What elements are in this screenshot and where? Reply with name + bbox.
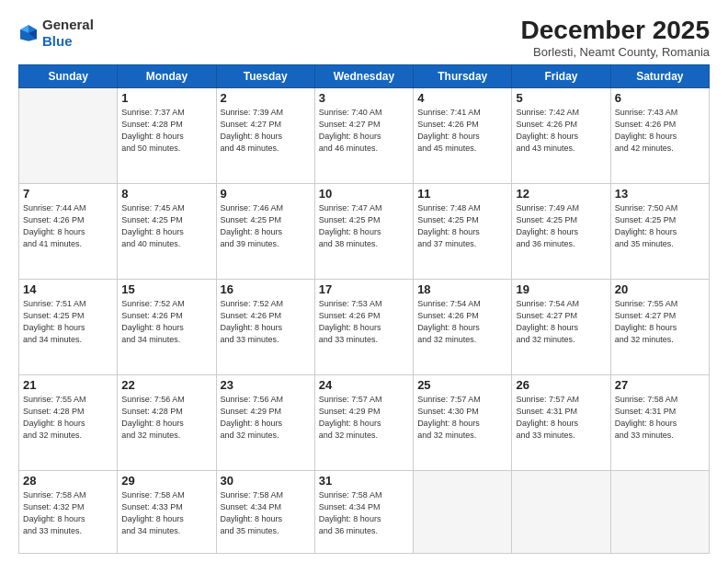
calendar-day-cell: 27Sunrise: 7:58 AM Sunset: 4:31 PM Dayli…: [610, 374, 709, 470]
day-info: Sunrise: 7:58 AM Sunset: 4:34 PM Dayligh…: [221, 489, 311, 537]
day-number: 24: [319, 378, 409, 392]
calendar-day-cell: 11Sunrise: 7:48 AM Sunset: 4:25 PM Dayli…: [414, 183, 512, 279]
day-number: 9: [221, 187, 311, 201]
day-number: 20: [615, 282, 705, 296]
calendar-day-cell: 9Sunrise: 7:46 AM Sunset: 4:25 PM Daylig…: [216, 183, 314, 279]
calendar-day-cell: [19, 87, 118, 183]
calendar-day-cell: [414, 470, 512, 553]
calendar-day-cell: 7Sunrise: 7:44 AM Sunset: 4:26 PM Daylig…: [19, 183, 118, 279]
calendar-day-cell: 26Sunrise: 7:57 AM Sunset: 4:31 PM Dayli…: [512, 374, 610, 470]
calendar-day-cell: 29Sunrise: 7:58 AM Sunset: 4:33 PM Dayli…: [118, 470, 216, 553]
day-number: 21: [23, 378, 113, 392]
calendar-day-cell: 14Sunrise: 7:51 AM Sunset: 4:25 PM Dayli…: [19, 279, 118, 374]
day-info: Sunrise: 7:58 AM Sunset: 4:32 PM Dayligh…: [23, 489, 113, 537]
day-number: 11: [417, 187, 507, 201]
calendar-table: SundayMondayTuesdayWednesdayThursdayFrid…: [18, 64, 710, 554]
calendar-day-cell: 28Sunrise: 7:58 AM Sunset: 4:32 PM Dayli…: [19, 470, 118, 553]
day-info: Sunrise: 7:57 AM Sunset: 4:31 PM Dayligh…: [516, 394, 606, 442]
logo: General Blue: [18, 17, 94, 50]
calendar-week-row: 14Sunrise: 7:51 AM Sunset: 4:25 PM Dayli…: [19, 279, 710, 374]
calendar-day-cell: 15Sunrise: 7:52 AM Sunset: 4:26 PM Dayli…: [118, 279, 216, 374]
day-info: Sunrise: 7:58 AM Sunset: 4:33 PM Dayligh…: [121, 489, 211, 537]
calendar-day-cell: 31Sunrise: 7:58 AM Sunset: 4:34 PM Dayli…: [314, 470, 413, 553]
day-number: 25: [417, 378, 507, 392]
calendar-week-row: 7Sunrise: 7:44 AM Sunset: 4:26 PM Daylig…: [19, 183, 710, 279]
day-number: 19: [516, 282, 606, 296]
day-number: 6: [615, 91, 705, 105]
day-number: 17: [319, 282, 409, 296]
calendar-week-row: 21Sunrise: 7:55 AM Sunset: 4:28 PM Dayli…: [19, 374, 710, 470]
day-info: Sunrise: 7:42 AM Sunset: 4:26 PM Dayligh…: [516, 107, 606, 155]
day-number: 10: [319, 187, 409, 201]
day-info: Sunrise: 7:49 AM Sunset: 4:25 PM Dayligh…: [516, 202, 606, 250]
calendar-day-header: Tuesday: [216, 64, 314, 87]
calendar-day-cell: 13Sunrise: 7:50 AM Sunset: 4:25 PM Dayli…: [610, 183, 709, 279]
day-info: Sunrise: 7:48 AM Sunset: 4:25 PM Dayligh…: [417, 202, 507, 250]
calendar-day-cell: 12Sunrise: 7:49 AM Sunset: 4:25 PM Dayli…: [512, 183, 610, 279]
day-number: 8: [121, 187, 211, 201]
calendar-day-cell: 18Sunrise: 7:54 AM Sunset: 4:26 PM Dayli…: [414, 279, 512, 374]
logo-icon: [18, 23, 39, 43]
location: Borlesti, Neamt County, Romania: [521, 45, 710, 59]
day-info: Sunrise: 7:56 AM Sunset: 4:29 PM Dayligh…: [221, 394, 311, 442]
calendar-day-cell: 5Sunrise: 7:42 AM Sunset: 4:26 PM Daylig…: [512, 87, 610, 183]
day-info: Sunrise: 7:52 AM Sunset: 4:26 PM Dayligh…: [121, 298, 211, 346]
logo-general-text: General: [42, 17, 94, 32]
calendar-day-cell: [512, 470, 610, 553]
month-title: December 2025: [521, 17, 710, 45]
day-info: Sunrise: 7:52 AM Sunset: 4:26 PM Dayligh…: [221, 298, 311, 346]
day-number: 5: [516, 91, 606, 105]
calendar-day-cell: 3Sunrise: 7:40 AM Sunset: 4:27 PM Daylig…: [314, 87, 413, 183]
calendar-day-cell: 1Sunrise: 7:37 AM Sunset: 4:28 PM Daylig…: [118, 87, 216, 183]
day-number: 3: [319, 91, 409, 105]
day-info: Sunrise: 7:40 AM Sunset: 4:27 PM Dayligh…: [319, 107, 409, 155]
calendar-day-cell: 30Sunrise: 7:58 AM Sunset: 4:34 PM Dayli…: [216, 470, 314, 553]
day-info: Sunrise: 7:46 AM Sunset: 4:25 PM Dayligh…: [221, 202, 311, 250]
calendar-week-row: 28Sunrise: 7:58 AM Sunset: 4:32 PM Dayli…: [19, 470, 710, 553]
calendar-day-header: Monday: [118, 64, 216, 87]
calendar-day-cell: 17Sunrise: 7:53 AM Sunset: 4:26 PM Dayli…: [314, 279, 413, 374]
day-info: Sunrise: 7:57 AM Sunset: 4:29 PM Dayligh…: [319, 394, 409, 442]
logo-text: General Blue: [42, 17, 94, 50]
day-info: Sunrise: 7:45 AM Sunset: 4:25 PM Dayligh…: [121, 202, 211, 250]
calendar-day-cell: 10Sunrise: 7:47 AM Sunset: 4:25 PM Dayli…: [314, 183, 413, 279]
day-number: 1: [121, 91, 211, 105]
day-number: 31: [319, 474, 409, 488]
day-number: 15: [121, 282, 211, 296]
day-info: Sunrise: 7:56 AM Sunset: 4:28 PM Dayligh…: [121, 394, 211, 442]
day-info: Sunrise: 7:57 AM Sunset: 4:30 PM Dayligh…: [417, 394, 507, 442]
day-info: Sunrise: 7:41 AM Sunset: 4:26 PM Dayligh…: [417, 107, 507, 155]
day-number: 12: [516, 187, 606, 201]
calendar-day-cell: 23Sunrise: 7:56 AM Sunset: 4:29 PM Dayli…: [216, 374, 314, 470]
day-info: Sunrise: 7:58 AM Sunset: 4:34 PM Dayligh…: [319, 489, 409, 537]
day-number: 27: [615, 378, 705, 392]
calendar-day-cell: 16Sunrise: 7:52 AM Sunset: 4:26 PM Dayli…: [216, 279, 314, 374]
calendar-day-cell: 21Sunrise: 7:55 AM Sunset: 4:28 PM Dayli…: [19, 374, 118, 470]
calendar-day-header: Wednesday: [314, 64, 413, 87]
calendar-day-cell: 6Sunrise: 7:43 AM Sunset: 4:26 PM Daylig…: [610, 87, 709, 183]
day-number: 26: [516, 378, 606, 392]
day-number: 4: [417, 91, 507, 105]
calendar-day-cell: 8Sunrise: 7:45 AM Sunset: 4:25 PM Daylig…: [118, 183, 216, 279]
calendar-week-row: 1Sunrise: 7:37 AM Sunset: 4:28 PM Daylig…: [19, 87, 710, 183]
calendar-day-header: Friday: [512, 64, 610, 87]
calendar-day-cell: 24Sunrise: 7:57 AM Sunset: 4:29 PM Dayli…: [314, 374, 413, 470]
logo-blue-text: Blue: [42, 33, 73, 49]
day-info: Sunrise: 7:53 AM Sunset: 4:26 PM Dayligh…: [319, 298, 409, 346]
page: General Blue December 2025 Borlesti, Nea…: [0, 0, 728, 563]
day-info: Sunrise: 7:50 AM Sunset: 4:25 PM Dayligh…: [615, 202, 705, 250]
day-info: Sunrise: 7:43 AM Sunset: 4:26 PM Dayligh…: [615, 107, 705, 155]
day-number: 14: [23, 282, 113, 296]
calendar-day-header: Thursday: [414, 64, 512, 87]
calendar-day-cell: 25Sunrise: 7:57 AM Sunset: 4:30 PM Dayli…: [414, 374, 512, 470]
day-info: Sunrise: 7:54 AM Sunset: 4:27 PM Dayligh…: [516, 298, 606, 346]
calendar-header-row: SundayMondayTuesdayWednesdayThursdayFrid…: [19, 64, 710, 87]
day-number: 30: [221, 474, 311, 488]
day-info: Sunrise: 7:55 AM Sunset: 4:28 PM Dayligh…: [23, 394, 113, 442]
calendar-day-cell: 4Sunrise: 7:41 AM Sunset: 4:26 PM Daylig…: [414, 87, 512, 183]
calendar-day-cell: 22Sunrise: 7:56 AM Sunset: 4:28 PM Dayli…: [118, 374, 216, 470]
calendar-day-header: Saturday: [610, 64, 709, 87]
calendar-day-cell: [610, 470, 709, 553]
day-info: Sunrise: 7:47 AM Sunset: 4:25 PM Dayligh…: [319, 202, 409, 250]
day-number: 22: [121, 378, 211, 392]
